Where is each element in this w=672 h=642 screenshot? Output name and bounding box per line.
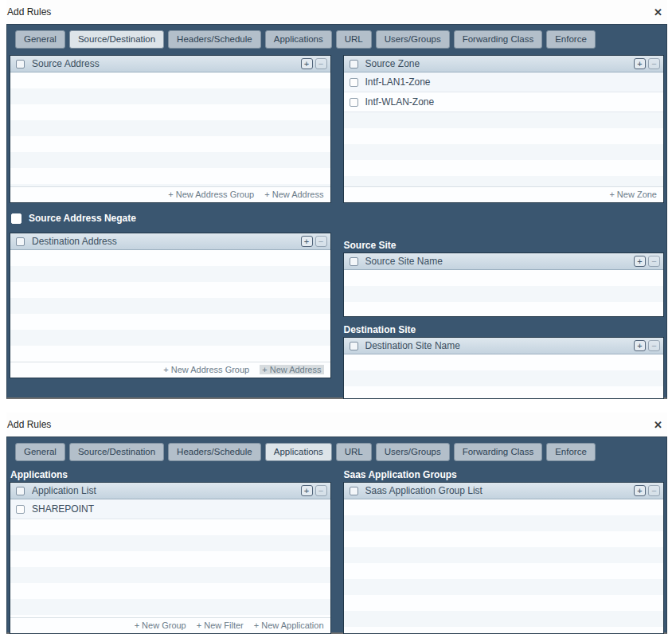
tab-general[interactable]: General	[15, 443, 65, 461]
tab-bar: General Source/Destination Headers/Sched…	[10, 441, 664, 468]
tab-headers-schedule[interactable]: Headers/Schedule	[168, 30, 261, 49]
destination-address-list	[10, 250, 330, 362]
remove-icon[interactable]: −	[648, 485, 660, 496]
tab-headers-schedule[interactable]: Headers/Schedule	[168, 443, 261, 461]
source-site-title: Source Site Name	[365, 256, 627, 267]
new-address-group-link[interactable]: + New Address Group	[163, 365, 249, 374]
add-icon[interactable]: +	[301, 236, 313, 247]
source-site-label: Source Site	[344, 240, 664, 251]
new-filter-link[interactable]: + New Filter	[197, 620, 244, 630]
tab-content: Applications Application List + − SHAREP…	[10, 468, 664, 634]
tab-enforce[interactable]: Enforce	[546, 443, 596, 461]
applications-label: Applications	[10, 469, 330, 480]
application-list-actions: + −	[301, 485, 327, 496]
new-address-link[interactable]: + New Address	[264, 190, 323, 199]
saas-application-group-list-header: Saas Application Group List + −	[344, 483, 664, 499]
new-application-link[interactable]: + New Application	[254, 620, 324, 630]
add-icon[interactable]: +	[634, 485, 646, 496]
remove-icon[interactable]: −	[648, 340, 660, 351]
row-checkbox[interactable]	[350, 98, 358, 107]
source-zone-header: Source Zone + −	[344, 56, 664, 72]
tab-users-groups[interactable]: Users/Groups	[376, 443, 450, 461]
source-address-negate-row[interactable]: Source Address Negate	[11, 210, 330, 226]
left-column: Source Address + − + New Address Group +…	[10, 55, 331, 399]
new-address-group-link[interactable]: + New Address Group	[168, 190, 254, 199]
list-item-zone[interactable]: Intf-LAN1-Zone	[344, 72, 664, 92]
saas-group-select-all-checkbox[interactable]	[350, 487, 358, 495]
source-address-list	[10, 72, 330, 186]
application-list-panel: Application List + − SHAREPOINT + New Gr…	[10, 482, 331, 634]
remove-icon[interactable]: −	[648, 58, 660, 69]
add-rules-dialog-source-destination: Add Rules ✕ General Source/Destination H…	[6, 0, 667, 399]
tab-source-destination[interactable]: Source/Destination	[69, 443, 164, 461]
source-address-select-all-checkbox[interactable]	[16, 60, 25, 69]
dialog-titlebar: Add Rules ✕	[6, 413, 667, 436]
tab-applications[interactable]: Applications	[265, 443, 332, 461]
destination-address-footer: + New Address Group + New Address	[10, 362, 330, 378]
destination-site-actions: + −	[634, 340, 660, 351]
destination-address-header: Destination Address + −	[10, 233, 330, 250]
tab-bar: General Source/Destination Headers/Sched…	[10, 29, 664, 55]
dialog-title: Add Rules	[7, 419, 51, 430]
new-zone-link[interactable]: + New Zone	[609, 190, 657, 199]
destination-site-panel: Destination Site Name + −	[343, 337, 665, 399]
close-icon[interactable]: ✕	[654, 420, 662, 430]
tab-general[interactable]: General	[15, 30, 65, 49]
remove-icon[interactable]: −	[315, 485, 327, 496]
list-item-application[interactable]: SHAREPOINT	[10, 499, 330, 519]
tab-forwarding-class[interactable]: Forwarding Class	[454, 30, 542, 49]
saas-application-group-list-title: Saas Application Group List	[365, 485, 627, 496]
remove-icon[interactable]: −	[648, 256, 660, 267]
add-icon[interactable]: +	[301, 58, 313, 69]
source-address-footer: + New Address Group + New Address	[10, 186, 330, 202]
destination-address-panel: Destination Address + − + New Address Gr…	[10, 233, 331, 378]
new-address-link[interactable]: + New Address	[260, 365, 323, 374]
source-zone-select-all-checkbox[interactable]	[350, 60, 358, 69]
tab-url[interactable]: URL	[336, 443, 372, 461]
dialog-titlebar: Add Rules ✕	[6, 0, 667, 24]
right-column: Source Zone + − Intf-LAN1-Zone Intf-WLAN…	[343, 55, 665, 399]
row-checkbox[interactable]	[16, 505, 25, 514]
zone-name: Intf-WLAN-Zone	[365, 96, 435, 108]
destination-site-select-all-checkbox[interactable]	[350, 342, 358, 350]
dialog-title: Add Rules	[7, 6, 51, 18]
remove-icon[interactable]: −	[315, 236, 327, 247]
application-list-body	[10, 519, 330, 617]
tab-content: Source Address + − + New Address Group +…	[10, 55, 664, 399]
add-rules-dialog-applications: Add Rules ✕ General Source/Destination H…	[6, 413, 667, 634]
add-icon[interactable]: +	[301, 485, 313, 496]
destination-site-title: Destination Site Name	[365, 340, 627, 351]
tab-users-groups[interactable]: Users/Groups	[376, 30, 450, 49]
destination-address-title: Destination Address	[32, 236, 294, 247]
add-icon[interactable]: +	[634, 340, 646, 351]
application-list-title: Application List	[32, 485, 294, 496]
row-checkbox[interactable]	[350, 78, 358, 87]
tab-url[interactable]: URL	[336, 30, 372, 49]
source-zone-actions: + −	[634, 58, 660, 69]
add-icon[interactable]: +	[634, 256, 646, 267]
source-address-actions: + −	[301, 58, 327, 69]
source-address-negate-checkbox[interactable]	[11, 213, 21, 224]
destination-site-list	[344, 354, 664, 398]
remove-icon[interactable]: −	[315, 58, 327, 69]
source-site-header: Source Site Name + −	[344, 253, 664, 270]
application-list-select-all-checkbox[interactable]	[16, 487, 25, 495]
left-column: Applications Application List + − SHAREP…	[10, 468, 331, 634]
close-icon[interactable]: ✕	[654, 7, 662, 18]
tab-enforce[interactable]: Enforce	[546, 30, 596, 49]
destination-address-select-all-checkbox[interactable]	[16, 237, 25, 246]
tab-applications[interactable]: Applications	[265, 30, 332, 49]
destination-site-header: Destination Site Name + −	[344, 338, 664, 354]
tab-source-destination[interactable]: Source/Destination	[69, 30, 164, 49]
source-site-panel: Source Site Name + −	[343, 252, 665, 317]
saas-application-groups-label: Saas Application Groups	[344, 469, 664, 480]
source-site-select-all-checkbox[interactable]	[350, 257, 358, 266]
source-site-actions: + −	[634, 256, 660, 267]
list-item-zone[interactable]: Intf-WLAN-Zone	[344, 92, 664, 112]
saas-application-group-list-panel: Saas Application Group List + −	[343, 482, 665, 634]
saas-application-group-list-body	[344, 499, 664, 633]
new-group-link[interactable]: + New Group	[135, 620, 186, 630]
dialog-body-panel: General Source/Destination Headers/Sched…	[6, 436, 667, 634]
add-icon[interactable]: +	[634, 58, 646, 69]
tab-forwarding-class[interactable]: Forwarding Class	[454, 443, 542, 461]
